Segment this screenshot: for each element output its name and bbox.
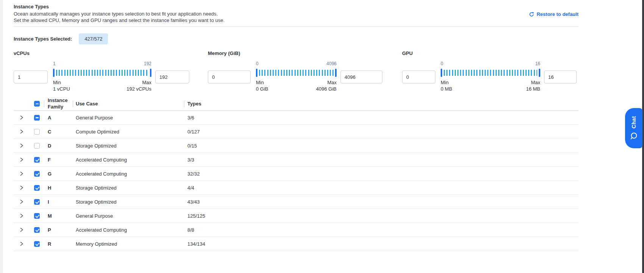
chevron-right-icon	[19, 171, 24, 176]
types-count-cell: 4/4	[184, 185, 579, 191]
expand-row-button[interactable]	[19, 115, 24, 120]
memory-min-sub-label: 0 GiB	[256, 86, 268, 92]
memory-min-caption: Min	[256, 80, 264, 85]
table-row: R Memory Optimized 134/134	[14, 237, 579, 251]
expand-row-button[interactable]	[19, 199, 24, 204]
expand-row-button[interactable]	[19, 171, 24, 176]
expand-row-button[interactable]	[19, 241, 24, 246]
chevron-right-icon	[19, 227, 24, 232]
gpu-range-max-label: 16	[535, 61, 540, 67]
memory-slider-max-handle[interactable]	[335, 69, 337, 77]
gpu-max-caption: Max	[531, 80, 540, 85]
gpu-slider-max-handle[interactable]	[539, 69, 540, 77]
row-checkbox[interactable]	[34, 213, 40, 219]
restore-to-default-button[interactable]: Restore to default	[529, 11, 579, 17]
header-checkbox[interactable]	[34, 101, 40, 107]
row-checkbox[interactable]	[34, 199, 40, 205]
gpu-min-caption: Min	[441, 80, 449, 85]
expand-row-button[interactable]	[19, 143, 24, 148]
instance-family-cell: I	[44, 199, 73, 205]
gpu-max-input[interactable]	[544, 71, 577, 83]
gpu-min-sub-label: 0 MB	[441, 86, 452, 92]
table-row: F Accelerated Computing 3/3	[14, 153, 579, 167]
slider-ticks	[444, 70, 537, 76]
chevron-right-icon	[19, 115, 24, 120]
use-case-cell: Accelerated Computing	[73, 157, 184, 163]
memory-max-caption: Max	[327, 80, 337, 85]
table-row: G Accelerated Computing 32/32	[14, 167, 579, 181]
vcpus-range-min-label: 1	[53, 61, 56, 67]
expand-row-button[interactable]	[19, 185, 24, 190]
restore-to-default-label: Restore to default	[536, 11, 579, 17]
vcpus-slider-max-handle[interactable]	[150, 69, 151, 77]
row-checkbox[interactable]	[34, 185, 40, 191]
row-checkbox[interactable]	[34, 241, 40, 247]
row-checkbox[interactable]	[34, 157, 40, 163]
use-case-cell: Accelerated Computing	[73, 227, 184, 233]
instance-family-cell: P	[44, 227, 73, 233]
memory-max-input[interactable]	[340, 71, 382, 83]
expand-row-button[interactable]	[19, 227, 24, 232]
types-count-cell: 8/8	[184, 227, 579, 233]
chat-bubble-icon	[630, 132, 638, 140]
vcpus-slider-track	[53, 69, 151, 77]
chevron-right-icon	[19, 241, 24, 246]
use-case-cell: Storage Optimized	[73, 185, 184, 191]
row-checkbox[interactable]	[34, 129, 40, 135]
memory-slider-min-handle[interactable]	[256, 69, 257, 77]
chat-button[interactable]: Chat	[625, 108, 642, 148]
table-header-row: Instance Family Use Case Types	[14, 97, 579, 111]
vcpus-min-sub-label: 1 vCPU	[53, 86, 70, 92]
vcpus-min-input[interactable]	[14, 71, 48, 83]
instance-family-cell: D	[44, 143, 73, 149]
chevron-right-icon	[19, 157, 24, 162]
types-count-cell: 0/15	[184, 143, 579, 149]
expand-row-button[interactable]	[19, 157, 24, 162]
gpu-min-input[interactable]	[402, 71, 435, 83]
memory-title: Memory (GiB)	[208, 50, 240, 56]
types-count-cell: 0/127	[184, 129, 579, 135]
instance-family-cell: G	[44, 171, 73, 177]
gpu-range-slider: 0 16 Min Max 0 MB 16 MB	[441, 61, 540, 92]
memory-range-max-label: 4096	[326, 61, 337, 67]
instance-types-selected-row: Instance Types Selected: 427/572	[14, 33, 108, 44]
table-row: M General Purpose 125/125	[14, 209, 579, 223]
table-row: I Storage Optimized 43/43	[14, 195, 579, 209]
use-case-cell: General Purpose	[73, 115, 184, 121]
memory-range-min-label: 0	[256, 61, 259, 67]
column-header-instance-family: Instance Family	[44, 97, 73, 110]
chevron-right-icon	[19, 199, 24, 204]
types-count-cell: 32/32	[184, 171, 579, 177]
vcpus-max-input[interactable]	[155, 71, 189, 83]
memory-max-sub-label: 4096 GiB	[316, 86, 337, 92]
selected-count-badge: 427/572	[79, 33, 108, 44]
vcpus-max-caption: Max	[142, 80, 151, 85]
table-row: H Storage Optimized 4/4	[14, 181, 579, 195]
vcpus-slider-min-handle[interactable]	[53, 69, 55, 77]
row-checkbox[interactable]	[34, 115, 40, 121]
chevron-right-icon	[19, 143, 24, 148]
gpu-slider-min-handle[interactable]	[441, 69, 442, 77]
use-case-cell: Storage Optimized	[73, 199, 184, 205]
use-case-cell: Accelerated Computing	[73, 171, 184, 177]
row-checkbox[interactable]	[34, 171, 40, 177]
row-checkbox[interactable]	[34, 143, 40, 149]
table-body: A General Purpose 3/6 C Compute Optimize…	[14, 111, 579, 251]
types-count-cell: 134/134	[184, 241, 579, 247]
chevron-right-icon	[19, 213, 24, 218]
expand-row-button[interactable]	[19, 129, 24, 134]
vcpus-range-max-label: 192	[144, 61, 151, 67]
expand-row-button[interactable]	[19, 213, 24, 218]
types-count-cell: 3/6	[184, 115, 579, 121]
types-count-cell: 3/3	[184, 157, 579, 163]
refresh-icon	[529, 12, 534, 17]
use-case-cell: Compute Optimized	[73, 129, 184, 135]
instance-family-cell: H	[44, 185, 73, 191]
column-header-types: Types	[184, 97, 579, 110]
table-row: A General Purpose 3/6	[14, 111, 579, 125]
memory-min-input[interactable]	[208, 71, 251, 83]
vcpus-min-caption: Min	[53, 80, 61, 85]
vcpus-range-slider: 1 192 Min Max 1 vCPU 192 vCPUs	[53, 61, 151, 92]
page-title: Instance Types	[14, 4, 49, 9]
row-checkbox[interactable]	[34, 227, 40, 233]
